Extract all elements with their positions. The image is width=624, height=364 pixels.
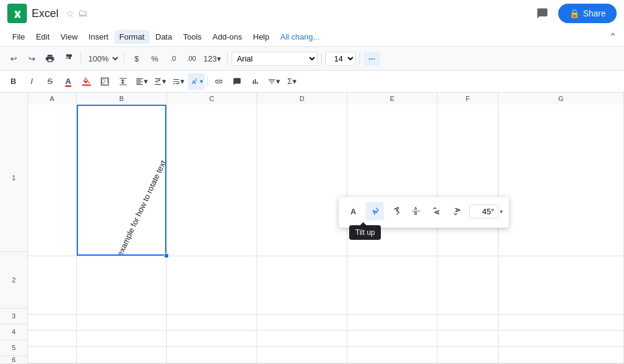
svg-text:B: B — [414, 211, 417, 215]
merge-button[interactable] — [115, 73, 132, 90]
rotate-vertical-button[interactable]: A B — [407, 202, 425, 220]
rotate-up-90-button[interactable]: A — [428, 202, 446, 220]
rotate-options-row: A A A — [345, 202, 503, 220]
menu-view[interactable]: View — [55, 30, 82, 44]
cell-c4[interactable] — [167, 331, 257, 346]
bold-button[interactable]: B — [5, 73, 22, 90]
cell-c1[interactable] — [167, 105, 257, 256]
italic-button[interactable]: I — [23, 73, 40, 90]
share-button[interactable]: 🔒 Share — [558, 4, 617, 23]
comment-button[interactable] — [229, 73, 246, 90]
cell-d5[interactable] — [257, 347, 347, 363]
cell-d4[interactable] — [257, 331, 347, 346]
cell-f4[interactable] — [438, 331, 498, 346]
font-select[interactable]: Arial Times New Roman — [232, 52, 317, 66]
cell-a5[interactable] — [28, 347, 77, 363]
fill-color-button[interactable] — [78, 73, 95, 90]
text-wrap-button[interactable]: ▾ — [169, 73, 186, 90]
more-formats-button[interactable]: 123▾ — [201, 50, 224, 67]
cell-f1[interactable] — [438, 105, 498, 256]
cell-b1[interactable]: example for how to rotate text — [77, 105, 167, 256]
rotate-tilt-up-button[interactable]: A — [366, 202, 384, 220]
cell-g2[interactable] — [498, 256, 624, 314]
align-h-button[interactable]: ▾ — [133, 73, 150, 90]
cell-a4[interactable] — [28, 331, 77, 346]
cell-g5[interactable] — [498, 347, 624, 363]
text-color-button[interactable]: A — [60, 73, 77, 90]
cell-c3[interactable] — [167, 315, 257, 331]
format-toolbar: B I S A ▾ ▾ ▾ A ▾ ▾ Σ▾ — [0, 71, 624, 93]
borders-button[interactable] — [96, 73, 113, 90]
folder-icon[interactable]: 🗂 — [78, 8, 88, 19]
cell-b3[interactable] — [77, 315, 167, 331]
grid-area: example for how to rotate text — [28, 105, 624, 364]
cell-e5[interactable] — [347, 347, 438, 363]
decimal-dec-button[interactable]: .0 — [165, 50, 182, 67]
link-button[interactable] — [210, 73, 227, 90]
svg-text:A: A — [370, 208, 378, 216]
menu-edit[interactable]: Edit — [31, 30, 54, 44]
cell-b4[interactable] — [77, 331, 167, 346]
all-changes-link[interactable]: All chang... — [280, 32, 319, 41]
cell-f2[interactable] — [438, 256, 498, 314]
menu-help[interactable]: Help — [248, 30, 274, 44]
percent-button[interactable]: % — [146, 50, 163, 67]
col-header-f: F — [438, 93, 498, 105]
star-icon[interactable]: ☆ — [66, 8, 74, 19]
row-header-3: 3 — [0, 309, 28, 324]
cell-d2[interactable] — [257, 256, 347, 314]
collapse-button[interactable]: ⌃ — [609, 31, 617, 43]
cell-e2[interactable] — [347, 256, 438, 314]
print-button[interactable] — [41, 50, 58, 67]
cell-g4[interactable] — [498, 331, 624, 346]
strikethrough-button[interactable]: S — [41, 73, 58, 90]
undo-button[interactable]: ↩ — [5, 50, 22, 67]
cell-f3[interactable] — [438, 315, 498, 331]
sum-button[interactable]: Σ▾ — [283, 73, 300, 90]
cell-d1[interactable] — [257, 105, 347, 256]
rotate-text-button[interactable]: A ▾ — [188, 73, 205, 90]
font-size-select[interactable]: 14 12 16 18 — [325, 52, 356, 66]
cell-b5[interactable] — [77, 347, 167, 363]
more-toolbar-button[interactable]: ··· — [364, 52, 380, 66]
cell-c2[interactable] — [167, 256, 257, 314]
cell-b2[interactable] — [77, 256, 167, 314]
decimal-inc-button[interactable]: .00 — [183, 50, 200, 67]
cell-a3[interactable] — [28, 315, 77, 331]
cell-e4[interactable] — [347, 331, 438, 346]
filter-button[interactable]: ▾ — [265, 73, 282, 90]
cell-c5[interactable] — [167, 347, 257, 363]
cell-handle[interactable] — [164, 253, 169, 258]
angle-dropdown-button[interactable]: ▾ — [500, 208, 503, 215]
menu-data[interactable]: Data — [151, 30, 177, 44]
chat-button[interactable] — [531, 2, 553, 24]
rotate-tilt-down-button[interactable]: A — [386, 202, 405, 220]
redo-button[interactable]: ↪ — [23, 50, 40, 67]
menu-addons[interactable]: Add-ons — [208, 30, 247, 44]
menu-format[interactable]: Format — [115, 30, 149, 44]
rotate-no-rotation-button[interactable]: A — [345, 202, 363, 220]
svg-text:A: A — [414, 206, 417, 211]
cell-g3[interactable] — [498, 315, 624, 331]
cell-a1[interactable] — [28, 105, 77, 256]
chart-button[interactable] — [247, 73, 264, 90]
rotate-down-90-button[interactable]: A — [448, 202, 467, 220]
menu-tools[interactable]: Tools — [178, 30, 206, 44]
align-v-button[interactable]: ▾ — [151, 73, 168, 90]
cell-d3[interactable] — [257, 315, 347, 331]
selected-cell-border — [77, 105, 166, 256]
row-header-2: 2 — [0, 252, 28, 309]
rotated-cell-text: example for how to rotate text — [115, 159, 168, 257]
zoom-select[interactable]: 100% 75% 125% — [85, 54, 120, 64]
currency-button[interactable]: $ — [128, 50, 145, 67]
cell-g1[interactable] — [498, 105, 624, 256]
angle-input[interactable] — [469, 205, 498, 219]
separator-2 — [124, 52, 124, 65]
cell-e3[interactable] — [347, 315, 438, 331]
menu-insert[interactable]: Insert — [83, 30, 113, 44]
menu-file[interactable]: File — [7, 30, 30, 44]
cell-a2[interactable] — [28, 256, 77, 314]
paint-format-button[interactable] — [60, 50, 77, 67]
grid-row-5 — [28, 347, 624, 363]
cell-f5[interactable] — [438, 347, 498, 363]
